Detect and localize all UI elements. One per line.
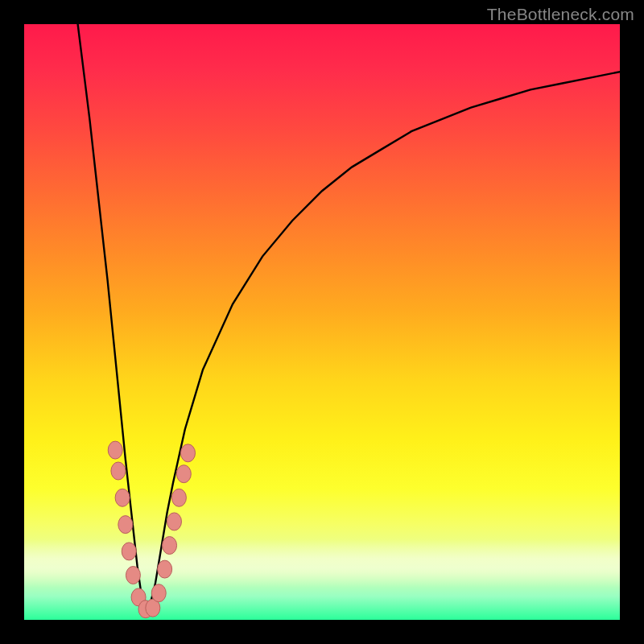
sample-dot [171, 489, 186, 506]
curve-layer [24, 24, 620, 620]
plot-area [24, 24, 620, 620]
sample-dot [181, 444, 196, 462]
sample-dot [108, 441, 122, 459]
chart-frame: TheBottleneck.com [0, 0, 644, 644]
sample-dot [115, 489, 130, 506]
sample-dot [176, 465, 191, 483]
sample-dot [167, 513, 181, 530]
watermark-text: TheBottleneck.com [487, 5, 634, 24]
sample-dot [158, 560, 172, 578]
sample-dot [122, 543, 136, 560]
sample-dots [108, 441, 195, 618]
sample-dot [111, 462, 126, 480]
sample-dot [118, 516, 133, 534]
bottleneck-curve [78, 24, 620, 608]
sample-dot [151, 584, 166, 602]
sample-dot [126, 567, 140, 584]
sample-dot [163, 537, 177, 555]
